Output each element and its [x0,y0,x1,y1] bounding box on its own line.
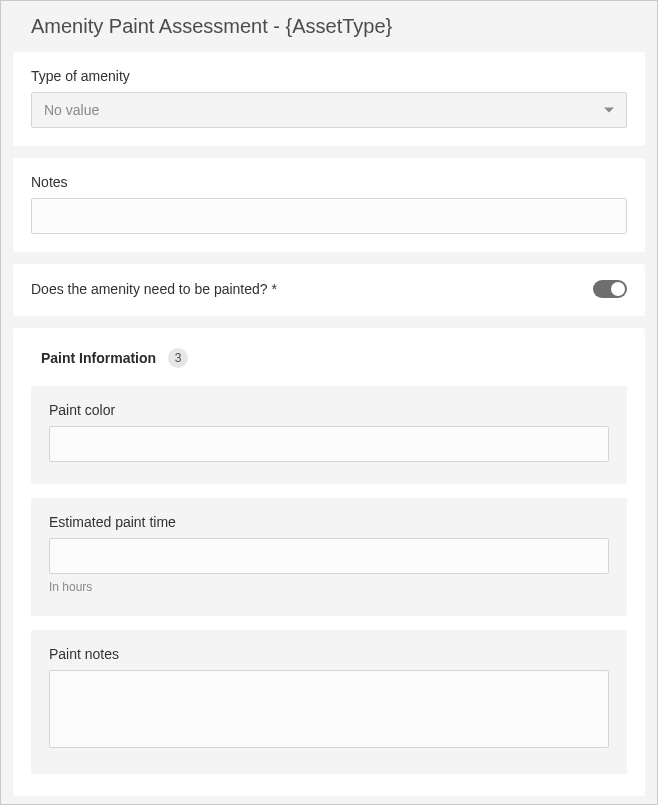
group-title: Paint Information [41,350,156,366]
notes-card: Notes [13,158,645,252]
estimated-time-input[interactable] [49,538,609,574]
paint-notes-field: Paint notes [31,630,627,774]
amenity-type-value: No value [44,102,99,118]
amenity-type-select[interactable]: No value [31,92,627,128]
paint-notes-label: Paint notes [49,646,609,662]
needs-paint-card: Does the amenity need to be painted? * [13,264,645,316]
form-page: Amenity Paint Assessment - {AssetType} T… [1,1,657,796]
notes-label: Notes [31,174,627,190]
estimated-time-label: Estimated paint time [49,514,609,530]
paint-notes-input[interactable] [49,670,609,748]
estimated-time-field: Estimated paint time In hours [31,498,627,616]
page-title: Amenity Paint Assessment - {AssetType} [31,15,645,38]
paint-color-label: Paint color [49,402,609,418]
needs-paint-row: Does the amenity need to be painted? * [31,280,627,298]
amenity-type-select-wrap: No value [31,92,627,128]
needs-paint-label: Does the amenity need to be painted? * [31,281,277,297]
paint-info-group: Paint Information 3 Paint color Estimate… [13,328,645,796]
notes-input[interactable] [31,198,627,234]
group-count-badge: 3 [168,348,188,368]
needs-paint-toggle[interactable] [593,280,627,298]
estimated-time-hint: In hours [49,580,609,594]
paint-color-input[interactable] [49,426,609,462]
toggle-knob [611,282,625,296]
amenity-type-card: Type of amenity No value [13,52,645,146]
paint-color-field: Paint color [31,386,627,484]
amenity-type-label: Type of amenity [31,68,627,84]
group-header: Paint Information 3 [31,348,627,368]
